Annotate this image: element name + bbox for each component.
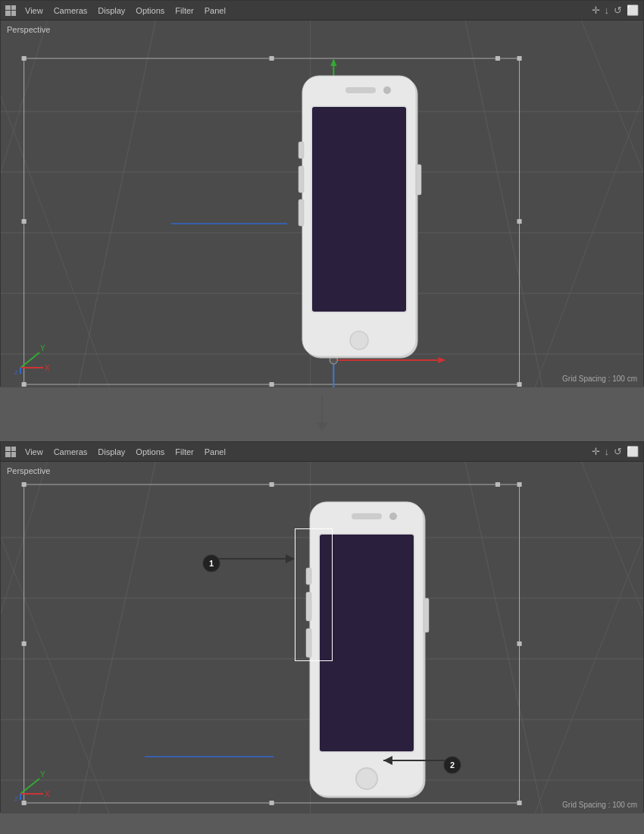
svg-rect-18 <box>22 219 27 224</box>
grid-spacing-top: Grid Spacing : 100 cm <box>562 375 637 383</box>
viewport-area-top[interactable]: Perspective <box>1 20 643 387</box>
fullscreen-icon-b[interactable]: ⬜ <box>627 446 639 457</box>
svg-line-9 <box>581 20 643 172</box>
menu-display-b[interactable]: Display <box>93 446 130 458</box>
svg-rect-68 <box>22 641 27 646</box>
svg-rect-35 <box>311 106 407 312</box>
svg-rect-63 <box>22 482 27 487</box>
grid-icon <box>5 5 16 16</box>
move-icon[interactable]: ✛ <box>592 5 600 16</box>
svg-rect-42 <box>416 165 421 195</box>
svg-rect-19 <box>517 219 521 224</box>
svg-rect-36 <box>345 87 376 93</box>
svg-rect-15 <box>22 382 27 387</box>
viewport-panel-bottom[interactable]: View Cameras Display Options Filter Pane… <box>0 441 644 813</box>
viewport-panel-top[interactable]: View Cameras Display Options Filter Pane… <box>0 0 644 387</box>
svg-rect-75 <box>319 534 414 752</box>
svg-rect-64 <box>517 482 521 487</box>
down-arrow-icon <box>316 396 328 431</box>
menu-view-b[interactable]: View <box>20 446 48 458</box>
svg-point-38 <box>350 331 368 350</box>
menu-display[interactable]: Display <box>93 5 130 17</box>
svg-rect-71 <box>496 482 500 487</box>
svg-point-78 <box>356 768 377 789</box>
svg-rect-40 <box>299 166 304 193</box>
arrow-divider <box>0 387 644 440</box>
download-icon[interactable]: ↓ <box>605 5 610 16</box>
fullscreen-icon[interactable]: ⬜ <box>627 5 639 16</box>
svg-text:X: X <box>45 790 50 798</box>
svg-text:X: X <box>45 364 50 372</box>
svg-rect-41 <box>299 199 304 226</box>
move-icon-b[interactable]: ✛ <box>592 446 600 457</box>
svg-point-37 <box>383 86 391 94</box>
menu-panel[interactable]: Panel <box>200 5 230 17</box>
axis-indicator-bottom: Y X Z <box>13 763 51 801</box>
refresh-icon-b[interactable]: ↺ <box>614 446 622 457</box>
svg-line-5 <box>78 20 155 387</box>
selection-box-1 <box>295 528 333 661</box>
phone-model-top <box>281 66 448 369</box>
svg-marker-25 <box>330 58 336 66</box>
svg-rect-17 <box>270 56 274 61</box>
svg-rect-13 <box>22 56 27 61</box>
menu-filter-b[interactable]: Filter <box>170 446 198 458</box>
svg-rect-66 <box>517 801 521 805</box>
refresh-icon[interactable]: ↺ <box>614 5 622 16</box>
svg-line-55 <box>78 462 155 814</box>
menu-cameras-b[interactable]: Cameras <box>49 446 92 458</box>
svg-rect-70 <box>270 801 274 805</box>
svg-rect-67 <box>270 482 274 487</box>
svg-text:Z: Z <box>14 369 18 375</box>
menu-bar-bottom: View Cameras Display Options Filter Pane… <box>1 442 643 462</box>
svg-point-77 <box>389 513 397 520</box>
menu-bar-top: View Cameras Display Options Filter Pane… <box>1 1 643 20</box>
svg-line-61 <box>535 538 643 814</box>
svg-line-44 <box>20 353 39 368</box>
svg-rect-69 <box>517 641 521 646</box>
axis-indicator-top: Y X Z <box>13 337 51 375</box>
annotation-badge-1: 1 <box>202 554 220 572</box>
blue-axis-bottom <box>145 754 281 760</box>
download-icon-b[interactable]: ↓ <box>605 446 610 457</box>
annotation-arrow-2 <box>376 753 445 768</box>
svg-rect-14 <box>517 56 521 61</box>
menu-filter[interactable]: Filter <box>170 5 198 17</box>
svg-line-57 <box>465 462 542 814</box>
svg-rect-76 <box>352 513 382 519</box>
svg-text:Y: Y <box>40 344 45 353</box>
grid-icon-bottom <box>5 447 16 457</box>
annotation-badge-2: 2 <box>443 756 461 774</box>
grid-spacing-bottom: Grid Spacing : 100 cm <box>562 801 637 809</box>
svg-rect-20 <box>270 382 274 387</box>
svg-text:Y: Y <box>40 770 45 779</box>
menu-options-b[interactable]: Options <box>131 446 169 458</box>
menu-view[interactable]: View <box>20 5 48 17</box>
viewport-area-bottom[interactable]: Perspective <box>1 462 643 814</box>
menu-options[interactable]: Options <box>131 5 169 17</box>
svg-rect-39 <box>299 142 304 158</box>
menu-panel-b[interactable]: Panel <box>200 446 230 458</box>
svg-line-89 <box>20 779 39 794</box>
svg-line-7 <box>465 20 542 387</box>
svg-rect-16 <box>517 382 521 387</box>
svg-rect-82 <box>424 598 429 632</box>
annotation-arrow-1 <box>219 551 301 566</box>
svg-rect-21 <box>496 56 500 61</box>
svg-text:Z: Z <box>14 795 18 801</box>
svg-line-11 <box>535 96 643 387</box>
menu-cameras[interactable]: Cameras <box>49 5 92 17</box>
